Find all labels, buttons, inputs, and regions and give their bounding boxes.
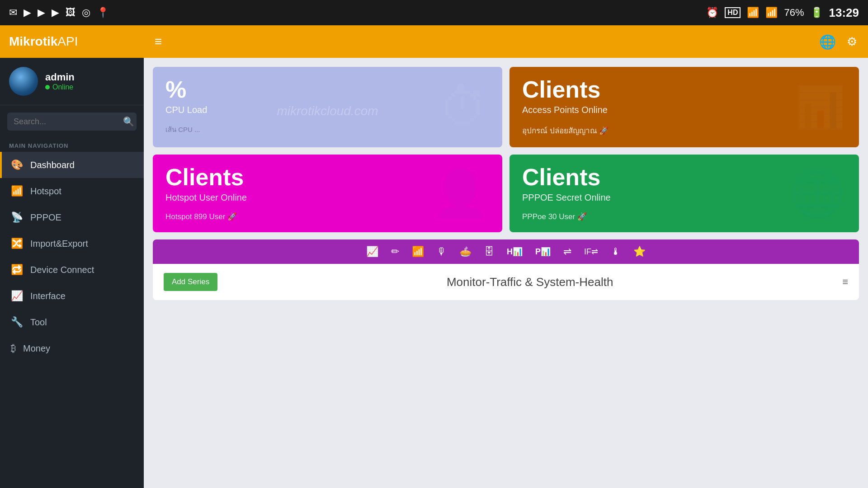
dashboard-icon: 🎨 — [11, 159, 23, 171]
refresh-icon: ◎ — [82, 7, 90, 19]
monitor-title: Monitor-Traffic & System-Health — [226, 275, 833, 289]
status-bar: ✉ ▶ ▶ ▶ 🖼 ◎ 📍 ⏰ HD 📶 📶 76% 🔋 13:29 — [0, 0, 868, 25]
sidebar-item-label-interface: Interface — [30, 291, 66, 301]
monitor-section: 📈 ✏ 📶 🎙 🥧 🗄 H📊 P📊 ⇌ IF⇌ 🌡 ⭐ Add Series M… — [153, 239, 859, 300]
clients-ap-card: Clients Access Points Online อุปกรณ์ ปล่… — [509, 67, 859, 147]
sidebar-item-label-tool: Tool — [30, 317, 47, 328]
sidebar-item-label-hotspot: Hotspot — [30, 186, 61, 197]
pppoe-icon: 📡 — [11, 211, 23, 223]
avatar — [9, 67, 38, 96]
pie-icon[interactable]: 🥧 — [459, 246, 472, 258]
add-series-button[interactable]: Add Series — [164, 273, 217, 291]
user-status: Online — [45, 83, 75, 91]
sidebar-item-money[interactable]: ₿ Money — [0, 335, 144, 361]
clients-hotspot-card: Clients Hotspot User Online Hotspot 899 … — [153, 155, 502, 232]
youtube-icon: ▶ — [24, 7, 31, 19]
cards-grid: % CPU Load เส้น CPU ... ⏱ mikrotikcloud.… — [153, 67, 859, 232]
sidebar-item-device-connect[interactable]: 🔁 Device Connect — [0, 257, 144, 283]
location-icon: 📍 — [97, 7, 109, 19]
hotspot-icon: 📶 — [11, 185, 23, 197]
search-bar[interactable]: 🔍 — [7, 113, 137, 131]
globe-icon[interactable]: 🌐 — [819, 34, 836, 50]
main-content: ≡ 🌐 ⚙ % CPU Load เส้น CPU ... ⏱ mikrotik… — [144, 25, 868, 488]
sidebar-item-label-import-export: Import&Export — [30, 239, 88, 249]
hamburger-button[interactable]: ≡ — [155, 34, 162, 49]
sidebar: MikrotikAPI admin Online 🔍 MAIN NAVIGATI… — [0, 25, 144, 488]
sidebar-item-dashboard[interactable]: 🎨 Dashboard — [0, 152, 144, 178]
h-arrows-icon[interactable]: ⇌ — [563, 246, 571, 258]
monitor-toolbar: 📈 ✏ 📶 🎙 🥧 🗄 H📊 P📊 ⇌ IF⇌ 🌡 ⭐ — [153, 239, 859, 264]
sidebar-item-label-money: Money — [23, 343, 50, 354]
brand-title: MikrotikAPI — [9, 34, 78, 49]
monitor-body: Add Series Monitor-Traffic & System-Heal… — [153, 264, 859, 300]
wifi-tool-icon[interactable]: 📶 — [412, 246, 424, 258]
money-icon: ₿ — [11, 343, 16, 354]
sidebar-header: MikrotikAPI — [0, 25, 144, 58]
sidebar-item-hotspot[interactable]: 📶 Hotspot — [0, 178, 144, 204]
status-bar-left: ✉ ▶ ▶ ▶ 🖼 ◎ 📍 — [9, 7, 109, 19]
youtube3-icon: ▶ — [52, 7, 59, 19]
import-export-icon: 🔀 — [11, 238, 23, 249]
app-container: MikrotikAPI admin Online 🔍 MAIN NAVIGATI… — [0, 25, 868, 488]
sidebar-item-label-dashboard: Dashboard — [30, 160, 75, 170]
user-profile: admin Online — [0, 58, 144, 105]
sidebar-item-import-export[interactable]: 🔀 Import&Export — [0, 230, 144, 257]
sidebar-item-interface[interactable]: 📈 Interface — [0, 283, 144, 309]
sidebar-item-pppoe[interactable]: 📡 PPPOE — [0, 204, 144, 230]
sidebar-item-tool[interactable]: 🔧 Tool — [0, 309, 144, 335]
battery-icon: 🔋 — [811, 7, 823, 19]
podcast-icon[interactable]: 🎙 — [437, 246, 447, 258]
sidebar-item-label-pppoe: PPPOE — [30, 212, 61, 223]
person-icon: 👤 — [432, 167, 489, 220]
nav-section-label: MAIN NAVIGATION — [0, 138, 144, 152]
star-icon[interactable]: ⭐ — [633, 246, 646, 258]
chart-line-icon[interactable]: 📈 — [366, 246, 378, 258]
server-icon[interactable]: 🗄 — [484, 246, 494, 258]
alarm-icon: ⏰ — [706, 7, 718, 19]
cpu-card: % CPU Load เส้น CPU ... ⏱ mikrotikcloud.… — [153, 67, 502, 147]
search-input[interactable] — [14, 117, 118, 127]
battery-text: 76% — [784, 7, 804, 19]
hd-icon: HD — [725, 7, 741, 18]
clients-pppoe-card: Clients PPPOE Secret Online PPPoe 30 Use… — [509, 155, 859, 232]
user-status-text: Online — [52, 83, 73, 91]
interface-icon: 📈 — [11, 290, 23, 302]
tool-icon: 🔧 — [11, 316, 23, 328]
thermometer-icon[interactable]: 🌡 — [611, 246, 621, 258]
content-area: % CPU Load เส้น CPU ... ⏱ mikrotikcloud.… — [144, 58, 868, 488]
sidebar-item-label-device-connect: Device Connect — [30, 265, 94, 275]
bar-chart-icon: 📊 — [795, 84, 845, 131]
user-info: admin Online — [45, 71, 75, 91]
youtube2-icon: ▶ — [38, 7, 45, 19]
speedometer-icon: ⏱ — [439, 79, 489, 136]
edit-icon[interactable]: ✏ — [391, 246, 399, 258]
status-bar-right: ⏰ HD 📶 📶 76% 🔋 13:29 — [706, 6, 859, 20]
clock: 13:29 — [829, 6, 859, 20]
if-arrows-icon[interactable]: IF⇌ — [584, 247, 598, 257]
p-bar-icon[interactable]: P📊 — [535, 247, 551, 257]
search-icon: 🔍 — [123, 116, 134, 127]
image-icon: 🖼 — [66, 7, 75, 19]
signal-icon: 📶 — [765, 7, 778, 19]
settings-icon[interactable]: ⚙ — [847, 35, 857, 49]
h-bar-icon[interactable]: H📊 — [507, 247, 523, 257]
monitor-menu-icon[interactable]: ≡ — [842, 276, 848, 288]
top-bar-right: 🌐 ⚙ — [819, 34, 857, 50]
username: admin — [45, 71, 75, 83]
wifi-icon: 📶 — [747, 7, 759, 19]
top-bar: ≡ 🌐 ⚙ — [144, 25, 868, 58]
mail-icon: ✉ — [9, 7, 17, 19]
status-dot — [45, 85, 50, 89]
globe-pppoe-icon: 🌐 — [789, 167, 845, 220]
device-connect-icon: 🔁 — [11, 264, 23, 276]
